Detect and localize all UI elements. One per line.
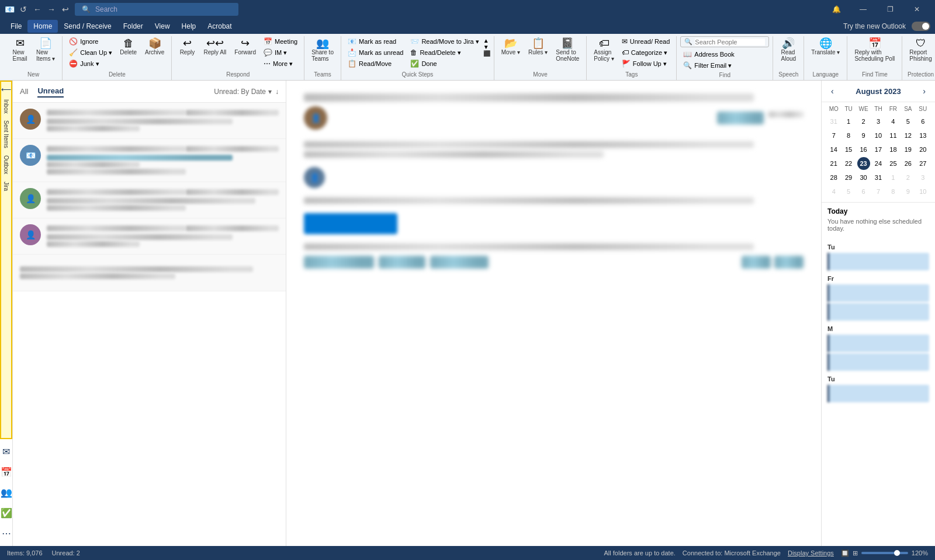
sidebar-label-outbox[interactable]: Outbox bbox=[3, 153, 9, 176]
send-onenote-button[interactable]: 📓 Send toOneNote bbox=[552, 36, 583, 64]
cal-day[interactable]: 4 bbox=[827, 185, 840, 198]
cal-day[interactable]: 7 bbox=[827, 129, 840, 142]
menu-home[interactable]: Home bbox=[27, 20, 58, 33]
reply-scheduling-button[interactable]: 📅 Reply withScheduling Poll bbox=[851, 36, 898, 64]
new-email-button[interactable]: ✉ NewEmail bbox=[8, 36, 32, 64]
junk-button[interactable]: ⛔ Junk ▾ bbox=[66, 58, 115, 69]
display-settings-button[interactable]: Display Settings bbox=[788, 549, 834, 556]
cal-day[interactable]: 3 bbox=[916, 171, 929, 184]
back-icon[interactable]: ← bbox=[33, 5, 42, 14]
bell-icon[interactable]: 🔔 bbox=[823, 0, 850, 19]
cal-day[interactable]: 31 bbox=[827, 115, 840, 128]
email-item[interactable]: 👤 bbox=[13, 182, 286, 218]
quick-expand-arrow[interactable]: ⬛ bbox=[483, 50, 490, 57]
cal-day[interactable]: 6 bbox=[916, 115, 929, 128]
share-teams-button[interactable]: 👥 Share toTeams bbox=[308, 36, 337, 64]
sidebar-more-icon[interactable]: ⋯ bbox=[0, 526, 13, 541]
zoom-slider[interactable] bbox=[861, 552, 908, 554]
cal-day[interactable]: 29 bbox=[842, 171, 855, 184]
quick-down-arrow[interactable]: ▼ bbox=[483, 44, 490, 50]
cal-day[interactable]: 22 bbox=[842, 157, 855, 170]
report-phishing-button[interactable]: 🛡 ReportPhishing bbox=[906, 36, 935, 64]
quick-up-arrow[interactable]: ▲ bbox=[483, 37, 490, 44]
new-outlook-toggle[interactable] bbox=[912, 22, 930, 31]
cal-day[interactable]: 27 bbox=[916, 157, 929, 170]
email-item[interactable]: 👤 bbox=[13, 103, 286, 139]
move-button[interactable]: 📂 Move ▾ bbox=[498, 36, 524, 57]
archive-button[interactable]: 📦 Archive bbox=[141, 36, 168, 57]
maximize-button[interactable]: ❐ bbox=[877, 0, 903, 19]
cal-day[interactable]: 25 bbox=[886, 157, 899, 170]
cal-day[interactable]: 15 bbox=[842, 143, 855, 156]
follow-up-button[interactable]: 🚩 Follow Up ▾ bbox=[619, 58, 673, 69]
email-item[interactable] bbox=[13, 255, 286, 291]
translate-button[interactable]: 🌐 Translate ▾ bbox=[808, 36, 843, 57]
cal-day[interactable]: 1 bbox=[886, 171, 899, 184]
delete-button[interactable]: 🗑 Delete bbox=[116, 36, 140, 57]
global-search-input[interactable] bbox=[95, 5, 224, 13]
cal-day[interactable]: 3 bbox=[872, 115, 885, 128]
cal-event[interactable] bbox=[827, 253, 929, 270]
cal-event[interactable] bbox=[827, 303, 929, 321]
cal-event[interactable] bbox=[827, 385, 929, 402]
reply-button[interactable]: ↩ Reply bbox=[175, 36, 199, 57]
new-items-button[interactable]: 📄 NewItems ▾ bbox=[33, 36, 58, 64]
menu-help[interactable]: Help bbox=[176, 20, 202, 33]
meeting-button[interactable]: 📅 Meeting bbox=[261, 36, 300, 47]
cal-day[interactable]: 13 bbox=[916, 129, 929, 142]
close-button[interactable]: ✕ bbox=[903, 0, 930, 19]
email-item[interactable]: 👤 bbox=[13, 218, 286, 255]
cal-day[interactable]: 4 bbox=[886, 115, 899, 128]
undo-icon[interactable]: ↩ bbox=[61, 5, 70, 14]
menu-send-receive[interactable]: Send / Receive bbox=[58, 20, 117, 33]
cal-day[interactable]: 9 bbox=[857, 129, 870, 142]
unread-read-button[interactable]: ✉ Unread/ Read bbox=[619, 36, 673, 47]
cal-event[interactable] bbox=[827, 284, 929, 302]
tab-unread[interactable]: Unread bbox=[37, 85, 64, 98]
minimize-button[interactable]: — bbox=[850, 0, 877, 19]
cal-day[interactable]: 26 bbox=[902, 157, 915, 170]
read-jira-button[interactable]: 📨 Read/Move to Jira ▾ bbox=[407, 36, 482, 47]
address-book-button[interactable]: 📖 Address Book bbox=[680, 49, 769, 60]
quick-steps-arrow[interactable]: ▲ ▼ ⬛ bbox=[483, 36, 490, 58]
menu-folder[interactable]: Folder bbox=[117, 20, 149, 33]
tab-all[interactable]: All bbox=[20, 86, 28, 97]
cal-day[interactable]: 2 bbox=[857, 115, 870, 128]
cal-day[interactable]: 28 bbox=[827, 171, 840, 184]
rules-button[interactable]: 📋 Rules ▾ bbox=[525, 36, 551, 57]
cal-event[interactable] bbox=[827, 353, 929, 371]
sidebar-nav-icon[interactable]: ⟵ bbox=[1, 84, 12, 95]
sidebar-mail-icon[interactable]: ✉ bbox=[0, 444, 12, 460]
cal-next-button[interactable]: › bbox=[919, 85, 929, 97]
read-move-button[interactable]: 📋 Read/Move bbox=[345, 58, 406, 69]
more-respond-button[interactable]: ⋯ More ▾ bbox=[261, 58, 300, 69]
cal-day[interactable]: 1 bbox=[842, 115, 855, 128]
mark-unread-button[interactable]: 📩 Mark as unread bbox=[345, 47, 406, 58]
filter-direction-icon[interactable]: ↓ bbox=[275, 88, 279, 96]
cal-day[interactable]: 10 bbox=[872, 129, 885, 142]
cal-day[interactable]: 9 bbox=[902, 185, 915, 198]
cal-event[interactable] bbox=[827, 335, 929, 352]
cal-day[interactable]: 7 bbox=[872, 185, 885, 198]
reply-all-button[interactable]: ↩↩ Reply All bbox=[200, 36, 230, 57]
refresh-icon[interactable]: ↺ bbox=[19, 5, 28, 14]
sidebar-contacts-icon[interactable]: 👥 bbox=[0, 485, 13, 500]
cal-day[interactable]: 18 bbox=[886, 143, 899, 156]
search-people-input[interactable] bbox=[695, 39, 765, 46]
cal-day[interactable]: 2 bbox=[902, 171, 915, 184]
menu-view[interactable]: View bbox=[149, 20, 176, 33]
filter-button[interactable]: Unread: By Date ▾ bbox=[214, 88, 272, 96]
cal-day[interactable]: 20 bbox=[916, 143, 929, 156]
cal-day[interactable]: 31 bbox=[872, 171, 885, 184]
cal-prev-button[interactable]: ‹ bbox=[827, 85, 837, 97]
sidebar-label-jira[interactable]: Jira bbox=[3, 179, 9, 193]
email-item[interactable]: 📧 bbox=[13, 139, 286, 182]
cal-day[interactable]: 14 bbox=[827, 143, 840, 156]
cal-day[interactable]: 10 bbox=[916, 185, 929, 198]
cal-day[interactable]: 8 bbox=[886, 185, 899, 198]
cal-day[interactable]: 21 bbox=[827, 157, 840, 170]
search-people-container[interactable]: 🔍 bbox=[680, 36, 769, 47]
menu-file[interactable]: File bbox=[5, 20, 27, 33]
sidebar-label-inbox[interactable]: Inbox bbox=[3, 97, 9, 116]
filter-email-button[interactable]: 🔍 Filter Email ▾ bbox=[680, 60, 769, 71]
